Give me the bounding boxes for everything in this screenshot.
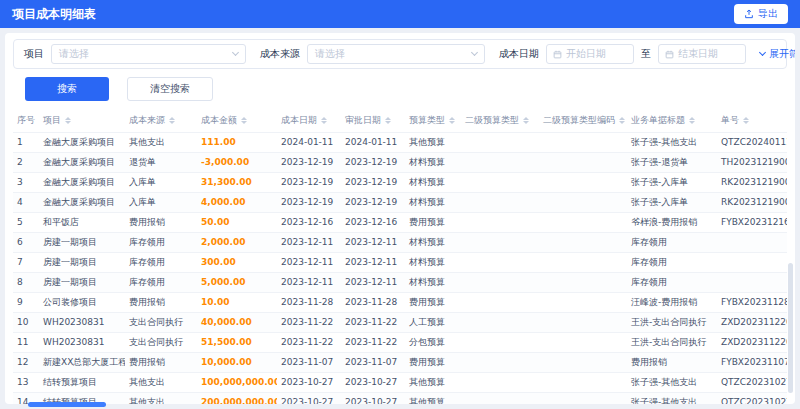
sort-icon[interactable] (449, 117, 455, 124)
cell-budget_subtype_code (539, 373, 627, 393)
cell-budget_type: 分包预算 (405, 333, 461, 353)
cell-budget_type: 费用预算 (405, 353, 461, 373)
cell-project: 房建一期项目 (39, 273, 125, 293)
cell-amount: 4,000.00 (197, 193, 277, 213)
cell-cost_date: 2023-12-11 (277, 273, 341, 293)
cell-budget_subtype (461, 193, 539, 213)
table-row: 7房建一期项目库存领用300.002023-12-112023-12-11材料预… (13, 253, 787, 273)
sort-icon[interactable] (619, 117, 625, 124)
column-header-budget_subtype[interactable]: 二级预算类型 (461, 109, 539, 133)
sort-icon[interactable] (65, 117, 71, 124)
clear-search-button[interactable]: 清空搜索 (127, 77, 213, 101)
cell-amount: 10.00 (197, 293, 277, 313)
end-date-input[interactable]: 结束日期 (658, 44, 746, 64)
column-header-amount[interactable]: 成本金额 (197, 109, 277, 133)
column-label: 二级预算类型编码 (543, 114, 615, 127)
sort-icon[interactable] (321, 117, 327, 124)
cell-budget_subtype_code (539, 293, 627, 313)
expand-filters-link[interactable]: 展开筛选 (760, 47, 795, 61)
cost-date-filter: 成本日期 开始日期 至 结束日期 (499, 44, 746, 64)
cell-amount: 51,500.00 (197, 333, 277, 353)
table-row: 3金融大厦采购项目入库单31,300.002023-12-192023-12-1… (13, 173, 787, 193)
cell-project: 和平饭店 (39, 213, 125, 233)
horizontal-scrollbar-thumb[interactable] (28, 402, 106, 407)
column-label: 二级预算类型 (465, 114, 519, 127)
column-header-cost_date[interactable]: 成本日期 (277, 109, 341, 133)
cell-amount: 10,000.00 (197, 353, 277, 373)
cell-budget_type: 材料预算 (405, 153, 461, 173)
column-header-budget_type[interactable]: 预算类型 (405, 109, 461, 133)
export-icon (744, 9, 754, 19)
cell-budget_subtype (461, 233, 539, 253)
cell-no: 5 (13, 213, 39, 233)
cost-date-filter-label: 成本日期 (499, 47, 539, 61)
search-button[interactable]: 搜索 (25, 77, 109, 101)
cell-budget_subtype_code (539, 173, 627, 193)
table-row: 6房建一期项目库存领用2,000.002023-12-112023-12-11材… (13, 233, 787, 253)
vertical-scrollbar-thumb[interactable] (788, 263, 793, 393)
table-row: 14结转预算项目其他支出200,000,000.002023-10-272023… (13, 393, 787, 405)
cell-project: 房建一期项目 (39, 233, 125, 253)
cell-approval_date: 2023-10-27 (341, 393, 405, 405)
table-row: 1金融大厦采购项目其他支出111.002024-01-112024-01-11其… (13, 133, 787, 153)
cell-doc_title: 库存领用 (627, 253, 717, 273)
start-date-input[interactable]: 开始日期 (546, 44, 634, 64)
cell-doc_title: 张子强-其他支出 (627, 133, 717, 153)
column-header-source[interactable]: 成本来源 (125, 109, 197, 133)
end-date-placeholder: 结束日期 (678, 47, 718, 61)
cell-budget_subtype_code (539, 393, 627, 405)
table-row: 4金融大厦采购项目入库单4,000.002023-12-192023-12-19… (13, 193, 787, 213)
cell-project: WH20230831 (39, 313, 125, 333)
cell-no: 7 (13, 253, 39, 273)
cell-no: 2 (13, 153, 39, 173)
cell-approval_date: 2023-12-16 (341, 213, 405, 233)
cell-cost_date: 2023-11-22 (277, 333, 341, 353)
cell-approval_date: 2023-11-28 (341, 293, 405, 313)
table-row: 9公司装修项目费用报销10.002023-11-282023-11-28费用预算… (13, 293, 787, 313)
cost-source-filter-label: 成本来源 (260, 47, 300, 61)
cell-source: 费用报销 (125, 353, 197, 373)
cell-doc_no: RK20231219003 (717, 173, 787, 193)
cell-budget_subtype (461, 393, 539, 405)
cell-cost_date: 2023-12-11 (277, 233, 341, 253)
cell-budget_type: 费用预算 (405, 213, 461, 233)
column-header-budget_subtype_code[interactable]: 二级预算类型编码 (539, 109, 627, 133)
cell-cost_date: 2023-10-27 (277, 373, 341, 393)
cell-doc_title: 王洪-支出合同执行 (627, 333, 717, 353)
cell-no: 9 (13, 293, 39, 313)
cell-budget_subtype (461, 173, 539, 193)
cell-approval_date: 2023-11-07 (341, 353, 405, 373)
sort-icon[interactable] (241, 117, 247, 124)
cell-doc_title: 费用报销 (627, 353, 717, 373)
sort-icon[interactable] (743, 117, 749, 124)
sort-icon[interactable] (689, 117, 695, 124)
column-header-doc_title[interactable]: 业务单据标题 (627, 109, 717, 133)
table-header-row: 序号项目成本来源成本金额成本日期审批日期预算类型二级预算类型二级预算类型编码业务… (13, 109, 787, 133)
cell-no: 13 (13, 373, 39, 393)
cell-doc_no: ZXD20231122002 (717, 313, 787, 333)
cell-no: 10 (13, 313, 39, 333)
cell-doc_title: 汪峰波-费用报销 (627, 293, 717, 313)
sort-icon[interactable] (385, 117, 391, 124)
sort-icon[interactable] (523, 117, 529, 124)
cell-budget_type: 材料预算 (405, 253, 461, 273)
cell-cost_date: 2023-11-28 (277, 293, 341, 313)
export-button[interactable]: 导出 (734, 4, 788, 24)
column-header-project[interactable]: 项目 (39, 109, 125, 133)
chevron-down-icon (759, 49, 766, 56)
column-header-doc_no[interactable]: 单号 (717, 109, 787, 133)
cell-budget_type: 其他预算 (405, 393, 461, 405)
column-label: 成本金额 (201, 114, 237, 127)
sort-icon[interactable] (169, 117, 175, 124)
cell-budget_subtype (461, 273, 539, 293)
cost-source-select[interactable]: 请选择 (307, 44, 485, 64)
column-header-approval_date[interactable]: 审批日期 (341, 109, 405, 133)
cell-amount: -3,000.00 (197, 153, 277, 173)
column-label: 预算类型 (409, 114, 445, 127)
cell-approval_date: 2023-12-19 (341, 173, 405, 193)
cell-budget_subtype (461, 153, 539, 173)
cell-budget_subtype_code (539, 213, 627, 233)
cell-budget_subtype_code (539, 333, 627, 353)
cell-doc_title: 张子强-入库单 (627, 173, 717, 193)
project-select[interactable]: 请选择 (51, 44, 246, 64)
